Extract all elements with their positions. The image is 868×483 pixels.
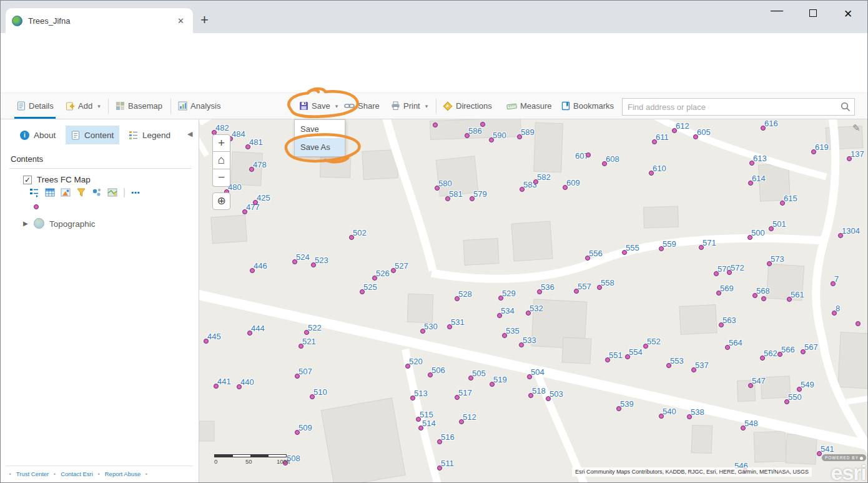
map-point-509[interactable] <box>295 430 300 435</box>
map-point-445[interactable] <box>204 339 209 344</box>
map-point-527[interactable] <box>391 268 396 273</box>
map-point-507[interactable] <box>295 374 300 379</box>
filter-icon[interactable] <box>76 187 86 197</box>
map-point-616[interactable] <box>761 126 766 131</box>
map-point-137[interactable] <box>847 156 852 161</box>
map-point-549[interactable] <box>797 387 802 392</box>
map-point-518[interactable] <box>528 393 533 398</box>
search-input[interactable] <box>623 102 837 112</box>
map-point-558[interactable] <box>597 285 602 290</box>
print-button[interactable]: Print▾ <box>391 93 428 119</box>
map-point-586[interactable] <box>465 133 470 138</box>
map-point-615[interactable] <box>780 201 785 206</box>
map-point-539[interactable] <box>616 406 621 411</box>
map-point-8[interactable] <box>832 311 837 316</box>
map-point-477[interactable] <box>242 209 247 214</box>
map-point-557[interactable] <box>574 289 579 294</box>
map-point-569[interactable] <box>716 291 721 296</box>
menu-item-save-as[interactable]: Save As <box>295 138 345 156</box>
search-button[interactable] <box>837 99 854 115</box>
show-legend-icon[interactable] <box>29 187 39 197</box>
map-point-608[interactable] <box>602 161 607 166</box>
map-point-444[interactable] <box>247 331 252 336</box>
map-point-536[interactable] <box>537 289 542 294</box>
map-point-441[interactable] <box>214 384 219 389</box>
directions-button[interactable]: Directions <box>443 93 492 119</box>
map-point-531[interactable] <box>447 324 452 329</box>
map-point-568[interactable] <box>752 293 757 298</box>
report-abuse-link[interactable]: Report Abuse <box>105 471 141 477</box>
map-point-524[interactable] <box>292 259 297 264</box>
bookmarks-button[interactable]: Bookmarks <box>561 93 614 119</box>
map-point[interactable] <box>761 296 766 301</box>
map-canvas[interactable]: 4824844814784804254774465025245235255265… <box>199 119 868 483</box>
window-maximize-button[interactable] <box>804 8 822 19</box>
analysis-button[interactable]: Analysis <box>178 93 220 119</box>
save-button[interactable]: Save▾ <box>299 93 338 119</box>
trust-center-link[interactable]: Trust Center <box>16 471 49 477</box>
map-point-532[interactable] <box>526 311 531 316</box>
map-point-609[interactable] <box>563 185 568 190</box>
map-point-554[interactable] <box>625 354 630 359</box>
map-point-1304[interactable] <box>838 233 843 238</box>
window-close-button[interactable]: ✕ <box>839 7 857 21</box>
map-point-504[interactable] <box>527 374 532 379</box>
map-point-613[interactable] <box>749 161 754 166</box>
map-point-478[interactable] <box>249 167 254 172</box>
map-point-440[interactable] <box>237 384 242 389</box>
map-point[interactable] <box>480 122 485 127</box>
map-point-561[interactable] <box>787 297 792 302</box>
map-point-607[interactable] <box>586 152 591 157</box>
map-point-525[interactable] <box>360 289 365 294</box>
map-point-500[interactable] <box>747 235 752 240</box>
change-style-icon[interactable] <box>61 187 71 197</box>
map-point-580[interactable] <box>435 186 440 191</box>
map-point-605[interactable] <box>693 134 698 139</box>
map-point-506[interactable] <box>428 372 433 377</box>
map-point-612[interactable] <box>672 128 677 133</box>
map-point-556[interactable] <box>585 256 590 261</box>
map-point-611[interactable] <box>652 139 657 144</box>
basemap-name[interactable]: Topographic <box>49 219 96 229</box>
map-point-564[interactable] <box>725 345 730 350</box>
map-point[interactable] <box>433 122 438 127</box>
show-table-icon[interactable] <box>45 187 55 197</box>
map-point-548[interactable] <box>741 426 746 431</box>
map-point-567[interactable] <box>801 349 806 354</box>
map-point-526[interactable] <box>372 276 377 281</box>
map-point-516[interactable] <box>437 439 442 444</box>
map-point-481[interactable] <box>245 144 250 149</box>
map-point-590[interactable] <box>489 137 494 142</box>
basemap-button[interactable]: Basemap <box>116 93 162 119</box>
map-point-573[interactable] <box>767 261 772 266</box>
map-point-583[interactable] <box>520 187 525 192</box>
map-point-503[interactable] <box>546 396 551 401</box>
map-point-519[interactable] <box>490 382 495 387</box>
window-minimize-button[interactable]: — <box>767 3 786 17</box>
map-point-571[interactable] <box>699 245 704 250</box>
map-edit-icon[interactable]: ✎ <box>852 122 861 134</box>
map-point-551[interactable] <box>605 357 610 362</box>
map-point-533[interactable] <box>519 342 524 347</box>
map-point-570[interactable] <box>714 271 719 276</box>
map-point-521[interactable] <box>298 344 303 349</box>
map-point-523[interactable] <box>311 262 316 267</box>
map-point-512[interactable] <box>459 419 464 424</box>
tab-legend[interactable]: Legend <box>123 126 176 144</box>
map-point-581[interactable] <box>445 196 450 201</box>
new-tab-button[interactable]: + <box>200 12 209 28</box>
map-point-530[interactable] <box>420 329 425 334</box>
map-point-610[interactable] <box>649 171 654 176</box>
map-point-589[interactable] <box>517 134 522 139</box>
expand-basemap-icon[interactable]: ▶ <box>23 220 28 227</box>
tab-content[interactable]: Content <box>66 126 119 144</box>
map-point-566[interactable] <box>777 352 782 357</box>
map-point-582[interactable] <box>533 179 538 184</box>
map-point-502[interactable] <box>349 235 354 240</box>
add-button[interactable]: Add▾ <box>66 93 101 119</box>
map-point-517[interactable] <box>455 395 460 400</box>
collapse-panel-icon[interactable]: ◀ <box>187 130 192 138</box>
map-point-559[interactable] <box>659 246 664 251</box>
map-point[interactable] <box>856 321 861 326</box>
map-point-520[interactable] <box>405 364 410 369</box>
